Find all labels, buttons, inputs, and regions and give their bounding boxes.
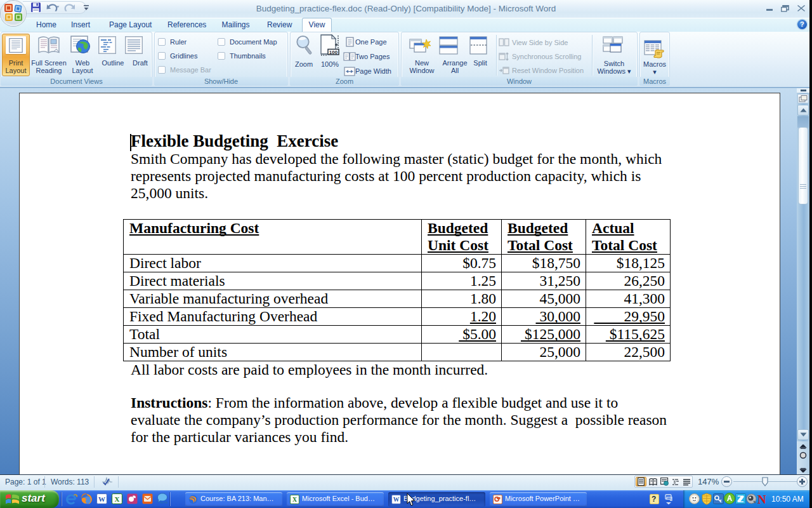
svg-text:X: X [292, 496, 297, 503]
svg-text:W: W [98, 495, 105, 503]
svg-text:X: X [115, 495, 120, 503]
svg-text:W: W [393, 496, 400, 503]
